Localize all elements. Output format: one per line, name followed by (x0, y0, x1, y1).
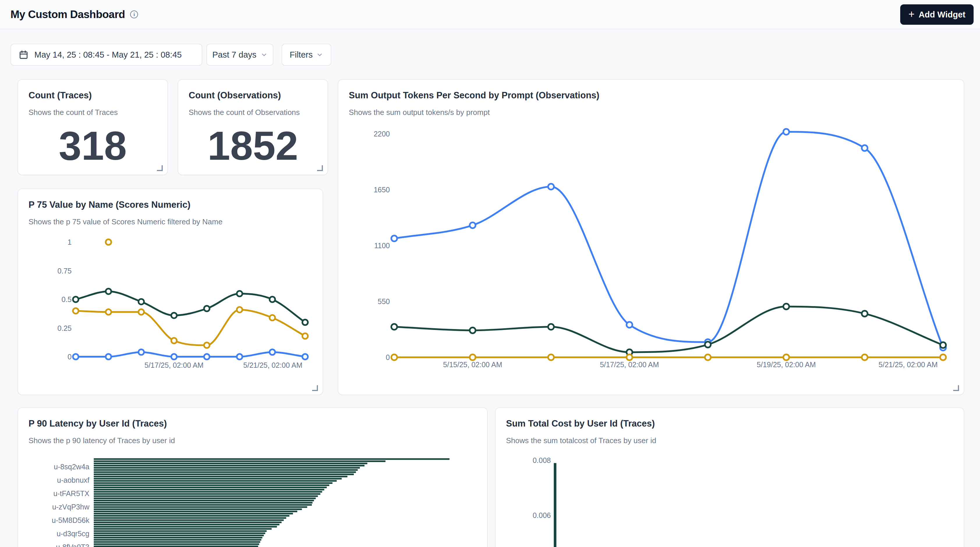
widget-total-cost: 0.0080.006 Sum Total Cost by User Id (Tr… (495, 407, 964, 547)
svg-text:u-8sq2w4a: u-8sq2w4a (54, 463, 89, 471)
svg-text:u-5M8D56k: u-5M8D56k (52, 516, 90, 524)
app-header: My Custom Dashboard i + Add Widget (0, 0, 980, 29)
tokens-line-chart[interactable]: 05501100165022005/15/25, 02:00 AM5/17/25… (338, 80, 964, 395)
svg-text:0.25: 0.25 (57, 324, 72, 332)
resize-handle-icon[interactable] (317, 165, 323, 171)
svg-text:0.008: 0.008 (533, 456, 551, 465)
calendar-icon (19, 50, 29, 60)
svg-text:5/19/25, 02:00 AM: 5/19/25, 02:00 AM (757, 360, 816, 369)
svg-text:550: 550 (378, 297, 390, 306)
widget-subtitle: Shows the p 75 value of Scores Numeric f… (29, 216, 223, 227)
svg-text:u-aobnuxf: u-aobnuxf (57, 476, 89, 484)
widget-subtitle: Shows the p 90 latency of Traces by user… (29, 435, 175, 446)
svg-text:0.75: 0.75 (57, 267, 72, 275)
svg-text:5/21/25, 02:00 AM: 5/21/25, 02:00 AM (243, 361, 302, 369)
widget-subtitle: Shows the sum output tokens/s by prompt (349, 107, 490, 117)
widget-title: Sum Output Tokens Per Second by Prompt (… (349, 89, 600, 102)
widget-subtitle: Shows the count of Observations (189, 107, 300, 117)
svg-text:u-tFAR5TX: u-tFAR5TX (53, 489, 89, 498)
svg-text:1100: 1100 (374, 241, 390, 250)
filters-label: Filters (290, 50, 313, 60)
resize-handle-icon[interactable] (312, 385, 318, 391)
svg-text:0.5: 0.5 (61, 295, 72, 303)
page-title: My Custom Dashboard (11, 8, 125, 21)
date-range-label: May 14, 25 : 08:45 - May 21, 25 : 08:45 (34, 50, 182, 60)
metric-value: 1852 (178, 124, 328, 168)
add-widget-button[interactable]: + Add Widget (900, 4, 974, 25)
svg-text:u-d3qr5cg: u-d3qr5cg (56, 530, 89, 538)
svg-text:0: 0 (386, 353, 390, 361)
svg-text:1: 1 (68, 238, 72, 246)
widget-count-observations: Count (Observations) Shows the count of … (178, 79, 328, 175)
svg-text:5/17/25, 02:00 AM: 5/17/25, 02:00 AM (145, 361, 204, 369)
svg-text:5/15/25, 02:00 AM: 5/15/25, 02:00 AM (443, 360, 502, 369)
chevron-down-icon (261, 51, 267, 58)
svg-text:1650: 1650 (374, 186, 390, 194)
svg-text:u-zVqP3hw: u-zVqP3hw (52, 503, 90, 511)
svg-text:u-8fVa9T3: u-8fVa9T3 (56, 543, 89, 547)
date-preset-label: Past 7 days (212, 50, 256, 60)
widget-tokens-per-second: 05501100165022005/15/25, 02:00 AM5/17/25… (338, 79, 964, 395)
widget-subtitle: Shows the sum totalcost of Traces by use… (506, 435, 656, 446)
svg-text:5/17/25, 02:00 AM: 5/17/25, 02:00 AM (600, 360, 659, 369)
svg-text:0: 0 (68, 353, 72, 361)
widget-p75-scores: 00.250.50.7515/17/25, 02:00 AM5/21/25, 0… (18, 189, 323, 395)
resize-handle-icon[interactable] (157, 165, 163, 171)
svg-text:0.006: 0.006 (533, 511, 551, 519)
widget-title: P 75 Value by Name (Scores Numeric) (29, 198, 191, 211)
svg-text:5/21/25, 02:00 AM: 5/21/25, 02:00 AM (879, 360, 938, 369)
resize-handle-icon[interactable] (953, 385, 959, 391)
svg-text:2200: 2200 (374, 130, 390, 138)
widget-title: P 90 Latency by User Id (Traces) (29, 417, 167, 430)
metric-value: 318 (18, 124, 167, 168)
widget-title: Count (Traces) (29, 89, 92, 102)
add-widget-label: Add Widget (919, 10, 966, 19)
chevron-down-icon (316, 51, 323, 58)
date-preset-dropdown[interactable]: Past 7 days (207, 44, 274, 66)
filters-dropdown[interactable]: Filters (282, 44, 331, 66)
widget-p90-latency: u-8sq2w4au-aobnuxfu-tFAR5TXu-zVqP3hwu-5M… (18, 407, 488, 547)
widget-title: Sum Total Cost by User Id (Traces) (506, 417, 655, 430)
info-icon[interactable]: i (130, 11, 138, 18)
date-range-picker[interactable]: May 14, 25 : 08:45 - May 21, 25 : 08:45 (11, 44, 202, 66)
widget-count-traces: Count (Traces) Shows the count of Traces… (18, 79, 168, 175)
widget-title: Count (Observations) (189, 89, 281, 102)
widget-subtitle: Shows the count of Traces (29, 107, 118, 117)
plus-icon: + (908, 9, 915, 19)
